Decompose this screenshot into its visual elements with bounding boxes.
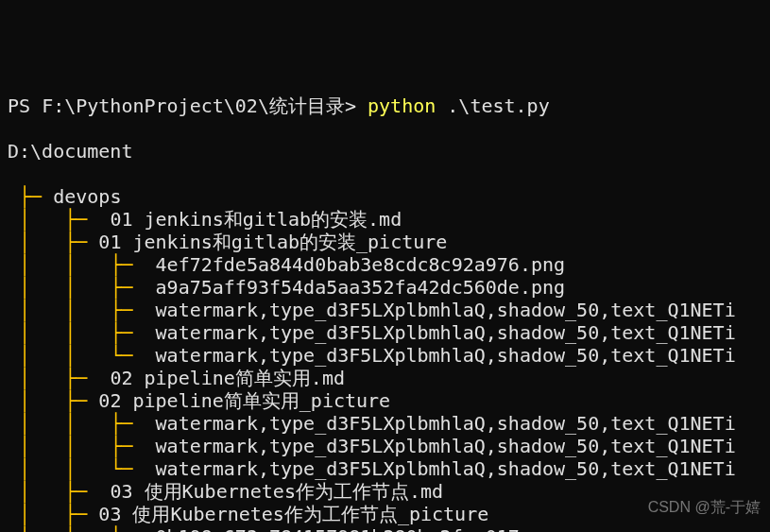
output-root: D:\document	[8, 140, 762, 163]
ps-prefix: PS	[8, 94, 42, 117]
tree-row: │ ├─ 02 pipeline简单实用_picture	[8, 389, 762, 412]
tree-item-name: 03 使用Kubernetes作为工作节点_picture	[98, 503, 488, 525]
tree-row: │ │ ├─ watermark,type_d3F5LXplbmhlaQ,sha…	[8, 321, 762, 344]
tree-output: ├─ devops │ ├─ 01 jenkins和gitlab的安装.md │…	[8, 185, 762, 532]
tree-row: │ │ ├─ watermark,type_d3F5LXplbmhlaQ,sha…	[8, 435, 762, 457]
tree-row: │ │ └─ watermark,type_d3F5LXplbmhlaQ,sha…	[8, 344, 762, 367]
tree-item-name: devops	[53, 185, 121, 208]
tree-item-name: 01 jenkins和gitlab的安装_picture	[98, 231, 447, 253]
watermark: CSDN @荒-于嬉	[648, 496, 761, 519]
tree-item-name: 0b198c673a784157981b280be2fae017.png	[156, 525, 565, 532]
tree-item-name: watermark,type_d3F5LXplbmhlaQ,shadow_50,…	[156, 412, 736, 435]
tree-row: │ │ └─ watermark,type_d3F5LXplbmhlaQ,sha…	[8, 457, 762, 480]
tree-item-name: 01 jenkins和gitlab的安装.md	[110, 208, 402, 231]
tree-row: │ ├─ 01 jenkins和gitlab的安装_picture	[8, 231, 762, 253]
tree-row: │ ├─ 02 pipeline简单实用.md	[8, 367, 762, 389]
current-path: F:\PythonProject\02\统计目录>	[42, 94, 368, 117]
tree-row: │ │ ├─ a9a75aff93f54da5aa352fa42dc560de.…	[8, 276, 762, 299]
tree-row: │ │ ├─ 4ef72fde5a844d0bab3e8cdc8c92a976.…	[8, 253, 762, 276]
command: python	[368, 94, 436, 117]
tree-item-name: watermark,type_d3F5LXplbmhlaQ,shadow_50,…	[156, 344, 736, 367]
prompt-line: PS F:\PythonProject\02\统计目录> python .\te…	[8, 94, 762, 117]
tree-item-name: a9a75aff93f54da5aa352fa42dc560de.png	[156, 276, 565, 299]
tree-row: │ │ ├─ 0b198c673a784157981b280be2fae017.…	[8, 525, 762, 532]
tree-row: ├─ devops	[8, 185, 762, 208]
tree-row: │ │ ├─ watermark,type_d3F5LXplbmhlaQ,sha…	[8, 412, 762, 435]
tree-row: │ ├─ 01 jenkins和gitlab的安装.md	[8, 208, 762, 231]
command-args: .\test.py	[436, 94, 549, 117]
tree-item-name: 4ef72fde5a844d0bab3e8cdc8c92a976.png	[156, 253, 565, 276]
tree-item-name: watermark,type_d3F5LXplbmhlaQ,shadow_50,…	[156, 435, 736, 457]
tree-item-name: watermark,type_d3F5LXplbmhlaQ,shadow_50,…	[156, 299, 736, 321]
tree-item-name: watermark,type_d3F5LXplbmhlaQ,shadow_50,…	[156, 321, 736, 344]
tree-row: │ │ ├─ watermark,type_d3F5LXplbmhlaQ,sha…	[8, 299, 762, 321]
tree-item-name: 03 使用Kubernetes作为工作节点.md	[110, 480, 443, 503]
tree-item-name: watermark,type_d3F5LXplbmhlaQ,shadow_50,…	[156, 457, 736, 480]
tree-item-name: 02 pipeline简单实用_picture	[98, 389, 390, 412]
tree-item-name: 02 pipeline简单实用.md	[110, 367, 345, 389]
